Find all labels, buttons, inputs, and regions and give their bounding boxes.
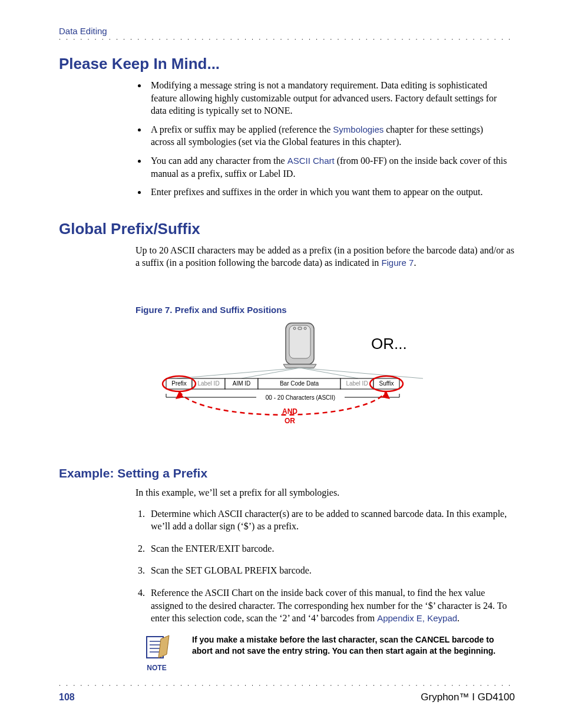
svg-line-7 (242, 368, 300, 378)
note-label: NOTE (135, 664, 178, 672)
product-name: Gryphon™ I GD4100 (421, 691, 515, 703)
svg-line-6 (300, 368, 423, 378)
heading-example: Example: Setting a Prefix (59, 466, 515, 480)
note-icon (143, 634, 170, 661)
symbologies-link[interactable]: Symbologies (333, 124, 384, 134)
figure-7: OR... Prefix Label ID AIM ID Bar Code Da… (135, 319, 515, 443)
bullet-1: Modifying a message string is not a mand… (147, 79, 515, 117)
fig-labelid-l: Label ID (197, 380, 219, 387)
fig-barcode: Bar Code Data (280, 380, 319, 387)
global-para-b: . (414, 258, 416, 268)
svg-marker-20 (382, 391, 390, 399)
running-head: Data Editing (59, 26, 515, 36)
global-para-a: Up to 20 ASCII characters may be added a… (135, 245, 514, 268)
bullet-3: You can add any character from the ASCII… (147, 154, 515, 180)
svg-line-5 (177, 368, 300, 378)
fig-or2: OR (285, 417, 295, 425)
global-para: Up to 20 ASCII characters may be added a… (135, 244, 515, 269)
keep-in-mind-list: Modifying a message string is not a mand… (147, 79, 515, 199)
example-steps: Determine which ASCII character(s) are t… (147, 508, 515, 625)
note-block: NOTE If you make a mistake before the la… (135, 634, 515, 672)
figure7-link[interactable]: Figure 7 (381, 258, 414, 268)
heading-keep-in-mind: Please Keep In Mind... (59, 55, 515, 73)
fig-prefix: Prefix (171, 380, 187, 387)
page-number: 108 (59, 692, 75, 703)
global-body: Up to 20 ASCII characters may be added a… (135, 244, 515, 269)
appendix-e-link[interactable]: Appendix E, Keypad (377, 613, 457, 623)
step-4: Reference the ASCII Chart on the inside … (147, 587, 515, 625)
note-icon-cell: NOTE (135, 634, 178, 672)
fig-suffix: Suffix (379, 380, 394, 387)
step-1: Determine which ASCII character(s) are t… (147, 508, 515, 533)
bottom-dot-rule: · · · · · · · · · · · · · · · · · · · · … (59, 683, 515, 688)
svg-rect-1 (289, 325, 310, 358)
fig-char-range: 00 - 20 Characters (ASCII) (266, 394, 335, 401)
figure-svg: OR... Prefix Label ID AIM ID Bar Code Da… (135, 319, 465, 440)
bullet-2-a: A prefix or suffix may be applied (refer… (151, 124, 333, 134)
step-2: Scan the ENTER/EXIT barcode. (147, 542, 515, 555)
figure-or-text: OR... (371, 335, 407, 353)
svg-line-8 (300, 368, 358, 378)
step-3: Scan the SET GLOBAL PREFIX barcode. (147, 564, 515, 577)
svg-marker-19 (176, 391, 184, 399)
fig-aimid: AIM ID (233, 380, 251, 387)
page-footer: · · · · · · · · · · · · · · · · · · · · … (59, 683, 515, 703)
top-dot-rule: · · · · · · · · · · · · · · · · · · · · … (59, 37, 515, 42)
page: Data Editing · · · · · · · · · · · · · ·… (0, 0, 562, 728)
bullet-4: Enter prefixes and suffixes in the order… (147, 186, 515, 199)
example-intro: In this example, we’ll set a prefix for … (135, 486, 515, 499)
fig-labelid-r: Label ID (346, 380, 368, 387)
bullet-2: A prefix or suffix may be applied (refer… (147, 123, 515, 149)
ascii-chart-link[interactable]: ASCII Chart (287, 156, 335, 166)
fig-and: AND (282, 407, 297, 416)
step-4-b: . (457, 613, 459, 623)
bullet-3-a: You can add any character from the (151, 156, 287, 166)
note-text: If you make a mistake before the last ch… (192, 634, 515, 657)
example-intro-block: In this example, we’ll set a prefix for … (135, 486, 515, 499)
scanner-icon (283, 323, 316, 368)
heading-global-prefix-suffix: Global Prefix/Suffix (59, 220, 515, 238)
figure-title: Figure 7. Prefix and Suffix Positions (135, 305, 515, 315)
